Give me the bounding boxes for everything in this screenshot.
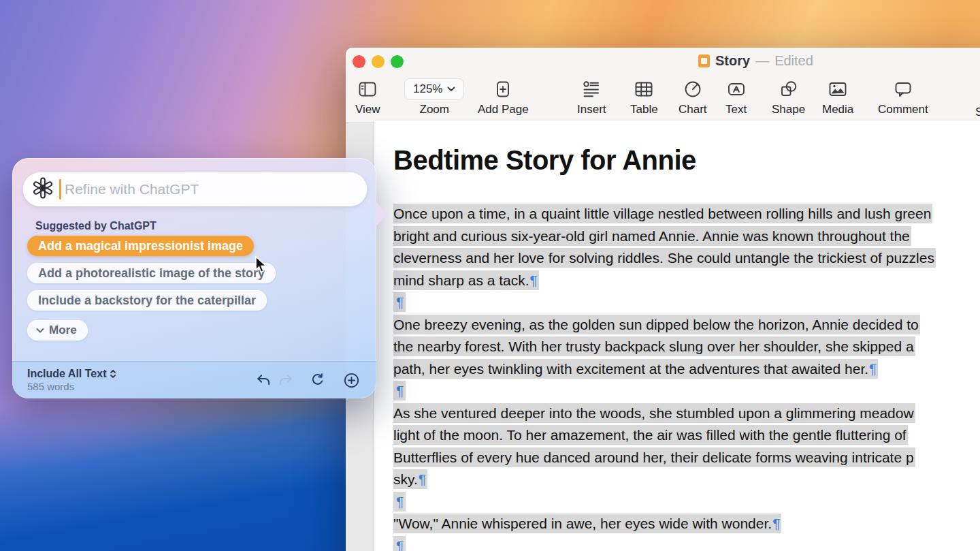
plus-circle-icon xyxy=(343,372,360,389)
add-page-icon xyxy=(493,76,513,102)
footer-actions xyxy=(256,372,360,389)
suggested-by-label: Suggested by ChatGPT xyxy=(35,220,157,232)
document-page[interactable]: Bedtime Story for Annie Once upon a time… xyxy=(374,121,980,551)
more-button[interactable]: More xyxy=(27,320,88,341)
chevron-down-icon xyxy=(447,86,455,92)
toolbar-insert-button[interactable]: Insert xyxy=(577,76,606,116)
toolbar-table-button[interactable]: Table xyxy=(630,76,658,116)
refresh-icon xyxy=(310,373,325,388)
comment-icon xyxy=(893,76,913,102)
toolbar-zoom-control[interactable]: 125% Zoom xyxy=(404,76,464,116)
document-lines: Once upon a time, in a quaint little vil… xyxy=(393,203,980,551)
minimize-button[interactable] xyxy=(372,55,385,68)
suggestion-pill[interactable]: Include a backstory for the caterpillar xyxy=(27,290,267,311)
document-line[interactable]: One breezy evening, as the golden sun di… xyxy=(393,314,980,336)
suggestion-list: Add a magical impressionist imageAdd a p… xyxy=(27,236,276,311)
suggestion-pill[interactable]: Add a photorealistic image of the story xyxy=(27,263,276,283)
input-placeholder: Refine with ChatGPT xyxy=(65,181,199,198)
document-line[interactable]: As she ventured deeper into the woods, s… xyxy=(393,403,980,425)
document-line[interactable]: path, her eyes twinkling with excitement… xyxy=(393,358,980,381)
document-file-icon xyxy=(698,54,710,67)
toolbar-text-button[interactable]: Text xyxy=(725,76,747,116)
regenerate-button[interactable] xyxy=(310,373,325,388)
paragraph-break[interactable]: ¶ xyxy=(393,380,980,403)
toolbar-media-button[interactable]: Media xyxy=(822,76,853,116)
toolbar-shape-button[interactable]: Shape xyxy=(772,76,805,116)
shape-icon xyxy=(779,76,799,102)
document-line[interactable]: light of the moon. To her amazement, the… xyxy=(393,424,980,447)
toolbar-add-page-button[interactable]: Add Page xyxy=(478,76,529,116)
document-heading[interactable]: Bedtime Story for Annie xyxy=(393,145,696,176)
undo-icon xyxy=(256,373,272,388)
paragraph-break[interactable]: ¶ xyxy=(393,292,980,314)
refine-input[interactable]: Refine with ChatGPT xyxy=(23,172,367,206)
text-caret xyxy=(59,179,61,200)
toolbar-comment-button[interactable]: Comment xyxy=(878,76,928,116)
document-name: Story xyxy=(715,53,750,69)
suggestion-pill[interactable]: Add a magical impressionist image xyxy=(27,236,254,256)
up-down-selector-icon xyxy=(110,369,116,379)
panel-footer: Include All Text 585 words xyxy=(12,361,376,398)
edited-status: Edited xyxy=(774,53,813,69)
openai-logo-icon xyxy=(31,176,54,202)
document-line[interactable]: Butterflies of every hue danced around h… xyxy=(393,447,980,469)
redo-icon xyxy=(278,373,293,388)
view-sidebar-icon xyxy=(357,76,378,102)
document-line[interactable]: the nearby forest. With her trusty backp… xyxy=(393,336,980,358)
table-icon xyxy=(634,76,654,102)
close-button[interactable] xyxy=(353,55,365,68)
word-count: 585 words xyxy=(27,381,116,392)
zoom-dropdown[interactable]: 125% xyxy=(404,76,464,102)
traffic-lights xyxy=(353,55,404,68)
text-box-icon xyxy=(726,76,747,102)
document-line[interactable]: sky.¶ xyxy=(393,469,980,491)
mouse-cursor xyxy=(255,256,271,277)
document-line[interactable]: "Wow," Annie whispered in awe, her eyes … xyxy=(393,513,980,535)
toolbar-view-button[interactable]: View xyxy=(355,76,380,116)
toolbar-overflow-partial: S xyxy=(975,106,980,119)
window-title: Story — Edited xyxy=(698,53,813,69)
chart-pie-icon xyxy=(683,76,703,102)
toolbar-chart-button[interactable]: Chart xyxy=(679,76,707,116)
fullscreen-button[interactable] xyxy=(391,55,404,68)
pages-window: Story — Edited View 125% Zoom xyxy=(346,48,980,551)
desktop: Story — Edited View 125% Zoom xyxy=(0,0,980,551)
title-separator: — xyxy=(755,53,769,69)
insert-icon xyxy=(581,76,602,102)
chevron-down-icon xyxy=(36,328,44,334)
toolbar: View 125% Zoom Add Page xyxy=(346,74,980,123)
document-area: Bedtime Story for Annie Once upon a time… xyxy=(346,123,980,551)
document-line[interactable]: bright and curious six-year-old girl nam… xyxy=(393,225,980,248)
chatgpt-panel: Refine with ChatGPT Suggested by ChatGPT… xyxy=(12,158,376,398)
scope-selector[interactable]: Include All Text 585 words xyxy=(27,368,116,392)
scope-label: Include All Text xyxy=(27,368,106,380)
media-icon xyxy=(828,76,848,102)
window-titlebar: Story — Edited xyxy=(346,48,980,74)
add-button[interactable] xyxy=(343,372,360,389)
document-line[interactable]: mind sharp as a tack.¶ xyxy=(393,270,980,292)
redo-button[interactable] xyxy=(278,373,293,388)
undo-button[interactable] xyxy=(256,373,272,388)
paragraph-break[interactable]: ¶ xyxy=(393,535,980,551)
document-line[interactable]: cleverness and her love for solving ridd… xyxy=(393,247,980,270)
document-line[interactable]: Once upon a time, in a quaint little vil… xyxy=(393,203,980,225)
paragraph-break[interactable]: ¶ xyxy=(393,491,980,514)
